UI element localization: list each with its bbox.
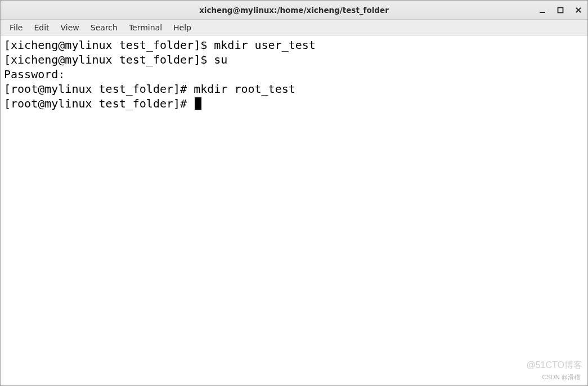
menu-edit[interactable]: Edit xyxy=(28,21,55,34)
menubar: File Edit View Search Terminal Help xyxy=(1,20,587,35)
window-controls xyxy=(537,1,584,19)
terminal-window: xicheng@mylinux:/home/xicheng/test_folde… xyxy=(0,0,588,386)
cursor-icon xyxy=(195,97,201,110)
terminal-line: [root@mylinux test_folder]# xyxy=(4,96,584,111)
terminal-line: [xicheng@mylinux test_folder]$ su xyxy=(4,52,584,67)
watermark-51cto: @51CTO博客 xyxy=(526,360,582,371)
command-text: mkdir root_test xyxy=(194,82,295,96)
prompt-text: [root@mylinux test_folder]# xyxy=(4,97,194,110)
menu-search[interactable]: Search xyxy=(85,21,123,34)
window-title: xicheng@mylinux:/home/xicheng/test_folde… xyxy=(199,6,389,15)
close-icon[interactable] xyxy=(573,5,584,16)
prompt-text: [root@mylinux test_folder]# xyxy=(4,82,194,96)
svg-rect-0 xyxy=(540,12,545,13)
prompt-text: [xicheng@mylinux test_folder]$ xyxy=(4,38,214,52)
command-text: mkdir user_test xyxy=(214,38,316,52)
command-text: Password: xyxy=(4,68,65,81)
minimize-icon[interactable] xyxy=(537,5,548,16)
svg-rect-1 xyxy=(558,7,563,12)
terminal-line: Password: xyxy=(4,67,584,82)
menu-terminal[interactable]: Terminal xyxy=(123,21,168,34)
titlebar[interactable]: xicheng@mylinux:/home/xicheng/test_folde… xyxy=(1,1,587,20)
maximize-icon[interactable] xyxy=(555,5,566,16)
menu-file[interactable]: File xyxy=(4,21,28,34)
terminal-line: [xicheng@mylinux test_folder]$ mkdir use… xyxy=(4,38,584,52)
terminal-line: [root@mylinux test_folder]# mkdir root_t… xyxy=(4,82,584,96)
menu-help[interactable]: Help xyxy=(168,21,197,34)
prompt-text: [xicheng@mylinux test_folder]$ xyxy=(4,53,214,66)
menu-view[interactable]: View xyxy=(55,21,85,34)
terminal-content[interactable]: [xicheng@mylinux test_folder]$ mkdir use… xyxy=(1,35,587,385)
watermark-csdn: CSDN @滑稽 xyxy=(542,373,580,381)
command-text: su xyxy=(214,53,227,66)
